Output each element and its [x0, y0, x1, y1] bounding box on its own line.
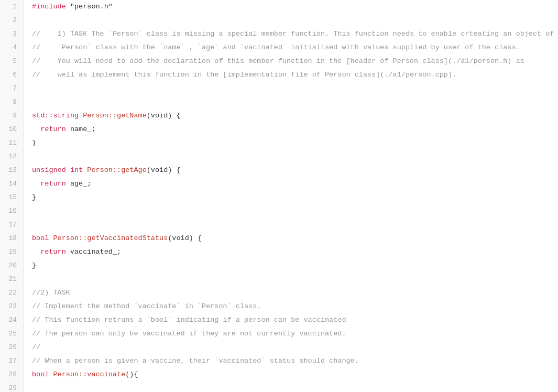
code-line: // `Person` class with the `name` , `age… [32, 41, 550, 55]
code-token [32, 248, 40, 256]
code-token: } [32, 193, 36, 201]
code-token [32, 180, 40, 188]
code-editor: 1234567891011121314151617181920212223242… [0, 0, 558, 392]
code-token: bool [32, 371, 49, 378]
code-token: vaccinated_; [66, 248, 121, 256]
code-token: // The person can only be vaccinated if … [32, 330, 346, 337]
line-number: 13 [6, 164, 17, 177]
line-number: 28 [6, 368, 17, 382]
line-number: 2 [6, 14, 17, 27]
line-number: 16 [6, 204, 17, 218]
code-token: Person::getName [83, 112, 147, 119]
code-line [32, 14, 550, 27]
code-line: // The person can only be vaccinated if … [32, 327, 550, 341]
line-number: 23 [6, 300, 17, 313]
line-number: 5 [6, 55, 17, 68]
line-number: 18 [6, 232, 17, 245]
code-token: // When a person is given a vaccine, the… [32, 357, 359, 365]
line-number: 6 [6, 68, 17, 82]
line-number: 7 [6, 82, 17, 95]
line-number: 24 [6, 313, 17, 327]
line-number: 22 [6, 286, 17, 300]
code-line: // well as implement this function in th… [32, 68, 550, 82]
line-number: 20 [6, 259, 17, 273]
code-token: (void) { [147, 166, 181, 174]
code-token: "person.h" [66, 3, 113, 10]
code-token: #include [32, 3, 66, 10]
line-number: 27 [6, 354, 17, 368]
code-token: bool [32, 234, 49, 242]
code-token: (){ [125, 371, 138, 378]
code-token: Person::vaccinate [53, 371, 126, 378]
code-line [32, 82, 550, 95]
code-token: //2) TASK [32, 289, 70, 297]
code-line: // You will need to add the declaration … [32, 55, 550, 68]
line-number: 29 [6, 382, 17, 392]
code-token: // `Person` class with the `name` , `age… [32, 43, 520, 51]
code-line: // 1) TASK The `Person` class is missing… [32, 27, 550, 41]
code-line: bool Person::vaccinate(){ [32, 368, 550, 382]
code-line: bool Person::getVaccinatedStatus(void) { [32, 232, 550, 245]
line-number: 14 [6, 177, 17, 191]
code-line [32, 382, 550, 392]
line-number: 17 [6, 218, 17, 232]
code-token: (void) { [147, 112, 181, 119]
line-number: 4 [6, 41, 17, 55]
code-line: // Implement the method `vaccinate` in `… [32, 300, 550, 313]
line-number: 12 [6, 150, 17, 164]
code-line: } [32, 191, 550, 204]
line-number: 21 [6, 273, 17, 286]
line-number: 9 [6, 109, 17, 123]
line-number: 25 [6, 327, 17, 341]
code-token: Person::getVaccinatedStatus [53, 234, 168, 242]
code-line: #include "person.h" [32, 0, 550, 14]
code-line [32, 204, 550, 218]
line-number: 15 [6, 191, 17, 204]
code-line: // When a person is given a vaccine, the… [32, 354, 550, 368]
line-number: 8 [6, 95, 17, 109]
code-token: return [40, 125, 66, 133]
code-token: return [40, 248, 66, 256]
code-line [32, 150, 550, 164]
line-number: 19 [6, 245, 17, 259]
code-token: return [40, 180, 66, 188]
code-token: std::string [32, 112, 79, 119]
code-line: //2) TASK [32, 286, 550, 300]
code-line: return vaccinated_; [32, 245, 550, 259]
line-number: 1 [6, 0, 17, 14]
code-line: // This function retruns a `bool` indica… [32, 313, 550, 327]
code-token: // Implement the method `vaccinate` in `… [32, 302, 261, 310]
code-line [32, 95, 550, 109]
code-line: } [32, 259, 550, 273]
line-number-gutter: 1234567891011121314151617181920212223242… [0, 0, 24, 392]
code-token: } [32, 139, 36, 147]
code-line: // [32, 341, 550, 354]
code-token: // 1) TASK The `Person` class is missing… [32, 30, 554, 38]
code-token: // well as implement this function in th… [32, 71, 456, 79]
code-token [32, 125, 40, 133]
code-line: unsigned int Person::getAge(void) { [32, 164, 550, 177]
code-token: Person::getAge [87, 166, 146, 174]
code-line [32, 218, 550, 232]
code-line [32, 273, 550, 286]
code-token: // You will need to add the declaration … [32, 57, 524, 65]
code-token: (void) { [168, 234, 202, 242]
code-line: return age_; [32, 177, 550, 191]
code-token: } [32, 262, 36, 269]
code-line: std::string Person::getName(void) { [32, 109, 550, 123]
line-number: 26 [6, 341, 17, 354]
code-token: // [32, 343, 40, 351]
line-number: 11 [6, 136, 17, 150]
code-token [49, 371, 53, 378]
code-token [49, 234, 53, 242]
line-number: 3 [6, 27, 17, 41]
line-number: 10 [6, 123, 17, 136]
code-line: } [32, 136, 550, 150]
code-area[interactable]: #include "person.h" // 1) TASK The `Pers… [24, 0, 558, 392]
code-token: name_; [66, 125, 96, 133]
code-token: unsigned int [32, 166, 83, 174]
code-token: age_; [66, 180, 92, 188]
code-token: // This function retruns a `bool` indica… [32, 316, 346, 324]
code-line: return name_; [32, 123, 550, 136]
